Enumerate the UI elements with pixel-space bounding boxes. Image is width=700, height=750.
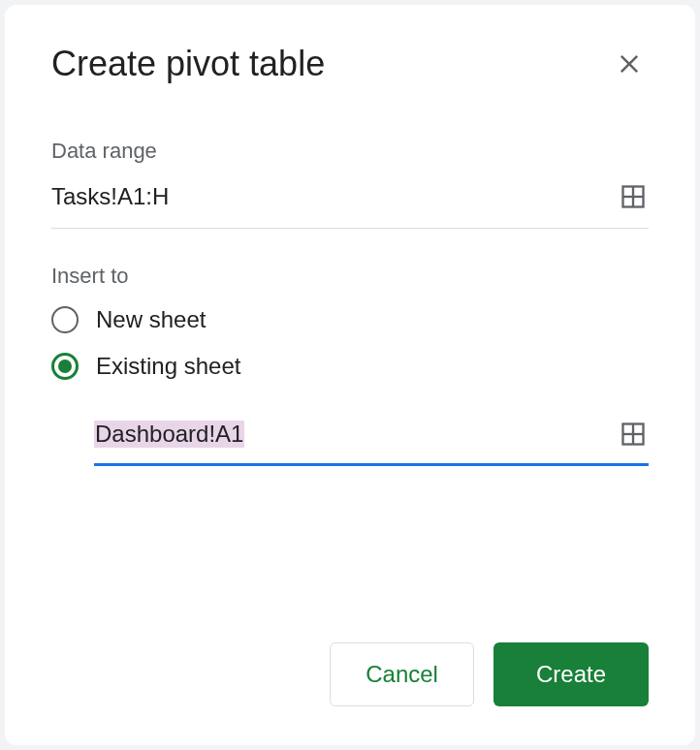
create-pivot-table-dialog: Create pivot table Data range Insert to … (5, 5, 695, 745)
radio-new-sheet[interactable]: New sheet (51, 306, 649, 333)
data-range-label: Data range (51, 139, 649, 164)
insert-to-radio-group: New sheet Existing sheet (51, 306, 649, 380)
grid-icon (620, 421, 647, 448)
existing-sheet-input-row[interactable]: Dashboard!A1 (94, 419, 649, 466)
radio-circle-icon (51, 306, 79, 333)
dialog-button-row: Cancel Create (51, 642, 649, 706)
existing-sheet-value: Dashboard!A1 (94, 421, 244, 448)
dialog-title: Create pivot table (51, 44, 325, 84)
data-range-row (51, 181, 649, 229)
grid-icon (620, 183, 647, 210)
radio-dot-icon (58, 359, 72, 373)
radio-circle-selected-icon (51, 353, 79, 380)
create-button[interactable]: Create (493, 642, 649, 706)
data-range-input[interactable] (51, 183, 618, 210)
close-icon (616, 50, 643, 78)
radio-existing-sheet[interactable]: Existing sheet (51, 353, 649, 380)
dialog-header: Create pivot table (51, 44, 649, 84)
insert-to-label: Insert to (51, 264, 649, 289)
select-existing-sheet-button[interactable] (618, 419, 649, 450)
radio-label-new-sheet: New sheet (96, 306, 206, 333)
select-data-range-button[interactable] (618, 181, 649, 212)
radio-label-existing-sheet: Existing sheet (96, 353, 240, 380)
cancel-button[interactable]: Cancel (330, 642, 474, 706)
close-button[interactable] (610, 45, 649, 83)
